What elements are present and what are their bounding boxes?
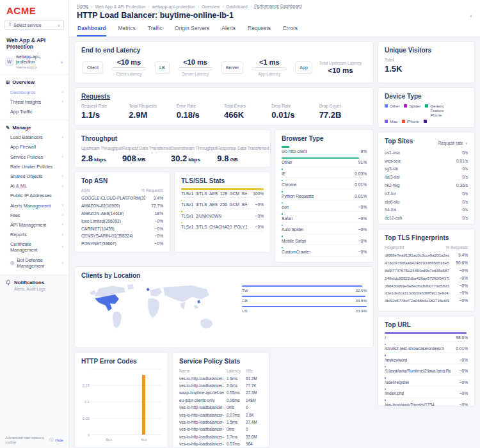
tab[interactable]: Traffic [147,23,163,36]
sidebar-item[interactable]: Shared Objects › [0,172,68,181]
chevron-right-icon: › [61,232,63,237]
location-value: 33.5% [355,298,367,303]
breadcrumb-separator: › [148,4,149,9]
table-row: Ipxo Limited(206092) ~0% [81,217,163,225]
tls-bar [181,211,182,212]
breadcrumb-separator: › [222,4,223,9]
list-item: GB 33.5% [242,296,367,303]
breadcrumb-item[interactable]: Dashboard [227,4,248,9]
tab[interactable]: Metrics [117,23,136,36]
policy-name: ves-io-http-loadbalancer-waf-exclusion-s… [179,427,224,431]
sidebar-item[interactable]: Reports › [0,230,68,239]
sidebar-item[interactable]: ⊞ Overview [0,77,68,87]
policy-name: ves-io-http-loadbalancer-rate-limiting-s… [179,435,224,439]
breadcrumb-item[interactable]: webapp-api-protection [152,4,195,9]
location-bar [242,285,362,287]
tab[interactable]: Errors [282,23,298,36]
sidebar-item[interactable]: Threat Insights › [0,97,68,107]
requests-title-link[interactable]: Requests [81,93,367,100]
clients-by-location-title: Clients by Location [81,272,367,279]
sidebar-item[interactable]: Certificate Management › [0,239,68,255]
list-item: sp4-sao ~0/s [385,222,468,225]
tab[interactable]: Alerts [221,23,236,36]
list-item: US 33.9% [242,306,367,313]
sidebar-item[interactable]: Rate Limiter Policies [0,162,68,172]
table-row: df669e7ea913f1ac0c0cce9a201a2ec1 9.4% [385,252,468,259]
nav-item-label: Load Balancers [10,134,43,140]
stat-value: 0.18/s [177,110,224,120]
nav-item-icon: ⊞ [6,79,10,85]
breadcrumb-item[interactable]: Overview [202,4,220,9]
sidebar-item[interactable]: ◎ Bot Defense Management › [0,255,68,270]
requests-panel: Requests Request Rate 1.1/s Total Reques… [74,87,374,125]
tab[interactable]: Origin Servers [174,23,210,36]
asn-name: CENSYS-ARIN-01(398324) [81,234,133,238]
service-selector[interactable]: ⠿ Select service ∨ [4,20,64,30]
breadcrumb-item[interactable]: Home [77,4,88,9]
hide-nav-button[interactable]: Hide [55,438,63,442]
browser-value: ~0% [358,216,367,221]
top-tls-fingerprints-title: Top TLS Fingerprints [385,234,468,241]
namespace-selector[interactable]: W webapp-api-protection Namespace ∨ [0,53,68,75]
list-item: sto6-sto 0/s [385,198,468,206]
sidebar-item[interactable]: Alerts Management › [0,200,68,210]
notifications-sub: Alerts, Audit Logs [14,287,45,291]
table-row: 3bf92c5778ef72a065b4e382715e6f94 ~0% [385,297,468,305]
policy-name: ves-io-http-loadbalancer-rate-limiting-j… [179,376,224,381]
main-area: Home› Web App & API Protection› webapp-a… [69,0,480,448]
sidebar-nav: ⊞ Overview Dashboards › Threat Insights … [0,75,68,274]
sidebar-item[interactable]: API Management › [0,220,68,230]
sidebar-item[interactable]: Public IP Addresses [0,191,68,200]
list-item: os1-osa 0/s [385,148,468,157]
table-row: 398430069e0a8ecfbc8db0779d58d377 ~0% [385,282,468,289]
policy-name: ves-io-http-loadbalancer-rate-limiting-b… [179,420,224,424]
legend-item [424,119,429,124]
sidebar-item-notifications[interactable]: Notifications Alerts, Audit Logs [0,275,68,296]
browser-bar [282,157,359,159]
browser-name: Chrome [282,182,296,187]
chevron-down-icon[interactable]: ∨ [470,13,472,18]
stat-label: Downstream Throughput [171,146,217,150]
url-name: /1/java/lang/Runtime/2/java.lang.Runtime… [385,369,451,373]
table-row: AMAZON-02(16509) 72.7% [81,202,163,210]
breadcrumb-item[interactable]: Web App & API Protection [95,4,145,9]
device-type-title: Device Type [385,93,468,100]
latency-connector [252,67,287,70]
browser-type-list: Go-http-client 9% Other [282,146,367,257]
sidebar-item[interactable]: Files › [0,211,68,220]
sidebar-item[interactable]: ✎ Manage [0,120,68,132]
tab[interactable]: Dashboard [77,23,106,36]
chevron-right-icon: › [61,90,63,95]
legend-swatch [385,104,388,108]
nav-item-label: Bot Defense Management [17,257,60,269]
top-sites-metric-dropdown[interactable]: Request rate ∨ [438,141,468,145]
sidebar-item[interactable]: Service Policies › [0,152,68,162]
server-latency-value: <10 ms [173,58,218,66]
list-item: CustomCrawler ~0% [282,247,367,257]
sidebar-item[interactable]: App Firewall [0,142,68,152]
sidebar-item[interactable]: Load Balancers › [0,132,68,142]
url-bar [385,388,386,390]
site-value: 0/s [462,166,468,171]
dashboard-content: End to end Latency Client <10 ms Client … [69,36,480,448]
app-latency-label: App Latency [246,72,292,76]
policy-col-hits: Hits [246,369,262,373]
list-item: dal3-dal 0/s [385,173,468,181]
list-item: Chrome 0.01% [282,180,367,189]
site-name: sto6-sto [385,200,399,204]
site-name: fr4-fra [385,207,396,212]
url-name: /struts2-rest-showcase/orders/3 [385,346,444,351]
policy-hits: 0 [246,405,262,410]
list-item: /wp-json/wp/v2/posts/1234 ~0% [385,399,468,406]
browser-bar [282,225,283,227]
sidebar-item[interactable]: AI & ML › [0,181,68,191]
browser-type-panel: Browser Type Go-http-client 9% [275,129,374,262]
location-bar [242,306,367,308]
browser-name: Safari [282,216,292,221]
tab[interactable]: Requests [247,23,271,36]
breadcrumb-item[interactable]: Performance Dashboard [254,4,301,9]
sidebar-item[interactable]: Dashboards › [0,88,68,97]
sidebar-item[interactable]: App Traffic [0,107,68,116]
table-row: 14fbddc85522dba426ae572ff2f04372 ~0% [385,274,468,282]
list-item: curl ~0% [282,202,367,212]
